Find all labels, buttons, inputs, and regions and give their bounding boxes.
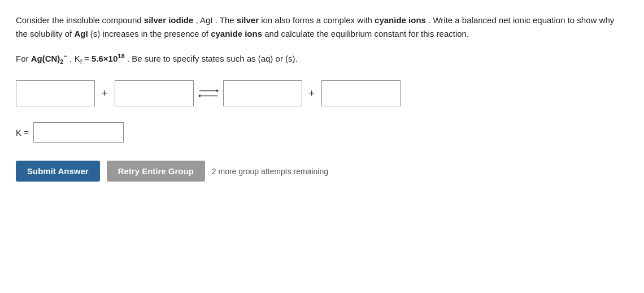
silver-bold: silver xyxy=(237,15,259,25)
mid-text2: ion also forms a complex with xyxy=(259,15,375,25)
plus-sign-1: + xyxy=(101,88,109,100)
kf-pre: For xyxy=(16,54,31,63)
mid-text: . The xyxy=(213,15,237,25)
k-input[interactable] xyxy=(33,122,124,143)
kf-value: 5.6×1018 xyxy=(92,54,125,63)
equation-box-4[interactable] xyxy=(321,80,401,106)
svg-marker-1 xyxy=(216,89,219,92)
attempts-text: 2 more group attempts remaining xyxy=(212,167,328,176)
mid-text5: and calculate the equilibrium constant f… xyxy=(262,29,469,38)
k-label: K = xyxy=(16,128,29,137)
cyanide2-bold: cyanide ions xyxy=(211,29,262,38)
equilibrium-arrow xyxy=(199,87,217,100)
question-intro: Consider the insoluble compound xyxy=(16,15,144,25)
plus-sign-2: + xyxy=(308,88,316,100)
kf-label: , Kf = xyxy=(67,54,92,63)
button-row: Submit Answer Retry Entire Group 2 more … xyxy=(16,161,628,182)
AgI-bold: AgI xyxy=(74,29,88,38)
retry-button[interactable]: Retry Entire Group xyxy=(107,161,205,182)
svg-marker-3 xyxy=(198,94,201,97)
complex-formula: Ag(CN)2− xyxy=(31,54,68,63)
kf-line: For Ag(CN)2− , Kf = 5.6×1018 . Be sure t… xyxy=(16,51,628,67)
compound-bold: silver iodide xyxy=(144,15,194,25)
question-paragraph: Consider the insoluble compound silver i… xyxy=(16,14,626,41)
equation-box-3[interactable] xyxy=(223,80,302,106)
mid-text4: (s) increases in the presence of xyxy=(88,29,211,38)
equation-row: + + xyxy=(16,80,628,106)
equation-box-2[interactable] xyxy=(115,80,194,106)
k-row: K = xyxy=(16,122,628,143)
submit-button[interactable]: Submit Answer xyxy=(16,161,100,182)
compound-formula: , AgI xyxy=(193,15,212,25)
cyanide-bold: cyanide ions xyxy=(375,15,426,25)
equation-box-1[interactable] xyxy=(16,80,95,106)
kf-post: . Be sure to specify states such as (aq)… xyxy=(125,54,298,63)
